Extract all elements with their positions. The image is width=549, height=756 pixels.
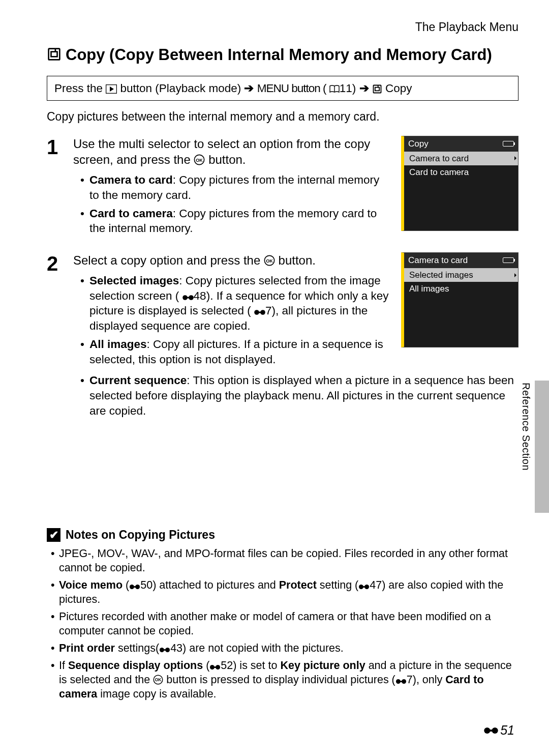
step-number: 2 bbox=[47, 252, 65, 421]
side-tab bbox=[535, 381, 549, 513]
menu-title: Copy bbox=[408, 138, 429, 150]
side-label: Reference Section bbox=[520, 383, 532, 471]
menu-item: Camera to card bbox=[404, 152, 518, 166]
svg-point-28 bbox=[216, 665, 220, 670]
ref-icon bbox=[358, 584, 370, 590]
step-heading: Use the multi selector to select an opti… bbox=[73, 136, 389, 167]
svg-point-36 bbox=[492, 727, 498, 733]
battery-icon bbox=[503, 257, 514, 263]
bullet: Selected images: Copy pictures selected … bbox=[80, 273, 389, 334]
notes-heading: ✔ Notes on Copying Pictures bbox=[47, 528, 518, 542]
bullet: Camera to card: Copy pictures from the i… bbox=[80, 172, 389, 202]
breadcrumb-nav: Press the button (Playback mode) ➔ MENU … bbox=[47, 76, 518, 101]
bullet: All images: Copy all pictures. If a pict… bbox=[80, 337, 389, 367]
step-heading: Select a copy option and press the OK bu… bbox=[73, 252, 389, 268]
ok-icon: OK bbox=[264, 255, 275, 266]
step-1: 1 Use the multi selector to select an op… bbox=[47, 136, 518, 239]
ref-icon bbox=[209, 664, 221, 671]
bullet: Current sequence: This option is display… bbox=[80, 373, 518, 418]
svg-rect-1 bbox=[51, 52, 57, 57]
intro-text: Copy pictures between the internal memor… bbox=[47, 110, 518, 124]
svg-text:OK: OK bbox=[266, 258, 273, 264]
bullet: Card to camera: Copy pictures from the m… bbox=[80, 206, 389, 236]
battery-icon bbox=[503, 141, 514, 147]
ref-icon bbox=[254, 309, 265, 316]
check-icon: ✔ bbox=[47, 528, 60, 542]
svg-rect-6 bbox=[375, 87, 379, 91]
note-item: JPEG-, MOV-, WAV-, and MPO-format files … bbox=[50, 547, 518, 575]
ref-icon bbox=[484, 726, 498, 735]
svg-point-25 bbox=[165, 648, 170, 652]
svg-point-13 bbox=[189, 295, 194, 300]
svg-point-33 bbox=[402, 679, 406, 684]
note-item: Pictures recorded with another make or m… bbox=[50, 610, 518, 638]
svg-text:OK: OK bbox=[155, 677, 162, 682]
page-title: Copy (Copy Between Internal Memory and M… bbox=[47, 45, 518, 67]
note-item: Print order settings(43) are not copied … bbox=[50, 642, 518, 656]
svg-text:OK: OK bbox=[196, 158, 203, 163]
section-header: The Playback Menu bbox=[47, 20, 518, 34]
step-2: 2 Select a copy option and press the OK … bbox=[47, 252, 518, 421]
svg-point-16 bbox=[260, 310, 265, 315]
page-title-text: Copy (Copy Between Internal Memory and M… bbox=[66, 45, 492, 65]
copy-glyph-icon bbox=[47, 47, 62, 67]
svg-rect-0 bbox=[49, 49, 60, 60]
step-number: 1 bbox=[47, 136, 65, 239]
menu-item: Card to camera bbox=[404, 165, 518, 180]
menu-screenshot-copy: Copy Camera to card Card to camera bbox=[401, 136, 518, 231]
svg-point-22 bbox=[364, 585, 369, 589]
copy-glyph-icon bbox=[372, 84, 382, 94]
ref-icon bbox=[129, 584, 140, 590]
book-icon bbox=[329, 85, 340, 93]
svg-point-19 bbox=[135, 585, 140, 589]
ref-icon bbox=[395, 678, 407, 685]
menu-screenshot-camera-to-card: Camera to card Selected images All image… bbox=[401, 252, 518, 347]
play-icon bbox=[106, 84, 117, 94]
svg-marker-3 bbox=[110, 86, 114, 92]
note-item: If Sequence display options (52) is set … bbox=[50, 659, 518, 702]
menu-title: Camera to card bbox=[408, 254, 468, 267]
ok-icon: OK bbox=[194, 154, 205, 165]
ok-icon: OK bbox=[153, 675, 163, 685]
svg-rect-5 bbox=[373, 85, 381, 93]
notes-list: JPEG-, MOV-, WAV-, and MPO-format files … bbox=[50, 547, 518, 701]
page-number: 51 bbox=[484, 723, 514, 738]
ref-icon bbox=[182, 294, 194, 301]
note-item: Voice memo (50) attached to pictures and… bbox=[50, 578, 518, 607]
ref-icon bbox=[159, 647, 170, 653]
menu-item: Selected images bbox=[404, 268, 518, 282]
menu-item: All images bbox=[404, 282, 518, 296]
